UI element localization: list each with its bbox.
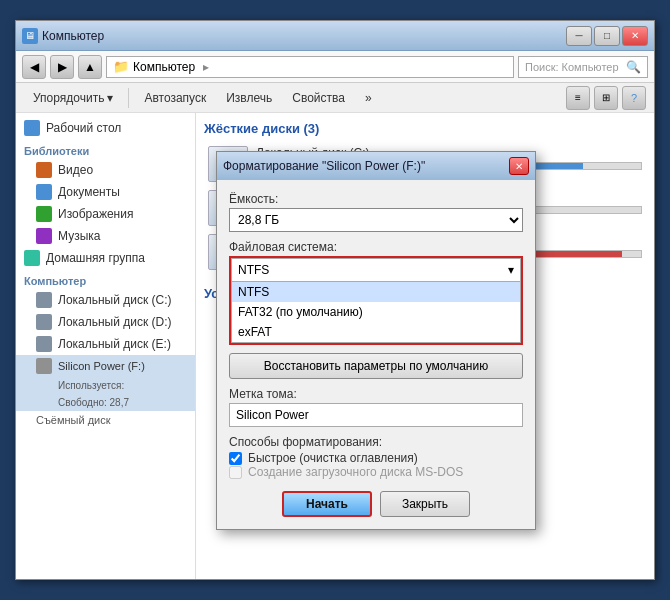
- format-methods-section: Способы форматирования: Быстрое (очистка…: [229, 435, 523, 479]
- boot-disk-row: Создание загрузочного диска MS-DOS: [229, 465, 523, 479]
- selected-fs: NTFS: [238, 263, 269, 277]
- capacity-section: Ёмкость: 28,8 ГБ: [229, 192, 523, 232]
- format-dialog: Форматирование "Silicon Power (F:)" ✕ Ём…: [216, 151, 536, 530]
- dropdown-list: NTFS FAT32 (по умолчанию) exFAT: [231, 282, 521, 343]
- filesystem-label: Файловая система:: [229, 240, 523, 254]
- dialog-body: Ёмкость: 28,8 ГБ Файловая система: NTFS …: [217, 180, 535, 529]
- dialog-title-bar: Форматирование "Silicon Power (F:)" ✕: [217, 152, 535, 180]
- fs-option-fat32[interactable]: FAT32 (по умолчанию): [232, 302, 520, 322]
- volume-section: Метка тома:: [229, 387, 523, 427]
- quick-format-row: Быстрое (очистка оглавления): [229, 451, 523, 465]
- explorer-window: 🖥 Компьютер ─ □ ✕ ◀ ▶ ▲ 📁 Компьютер ▸ По…: [15, 20, 655, 580]
- dialog-overlay: Форматирование "Silicon Power (F:)" ✕ Ём…: [16, 21, 654, 579]
- dialog-close-button[interactable]: ✕: [509, 157, 529, 175]
- quick-format-checkbox[interactable]: [229, 452, 242, 465]
- volume-input[interactable]: [229, 403, 523, 427]
- boot-disk-checkbox[interactable]: [229, 466, 242, 479]
- fs-option-exfat[interactable]: exFAT: [232, 322, 520, 342]
- format-methods-label: Способы форматирования:: [229, 435, 523, 449]
- dropdown-arrow: ▾: [508, 263, 514, 277]
- dialog-title: Форматирование "Silicon Power (F:)": [223, 159, 503, 173]
- filesystem-section: Файловая система: NTFS ▾ NTFS FAT32 (по …: [229, 240, 523, 345]
- start-button[interactable]: Начать: [282, 491, 372, 517]
- dialog-button-row: Начать Закрыть: [229, 491, 523, 517]
- dropdown-header[interactable]: NTFS ▾: [231, 258, 521, 282]
- fs-option-ntfs[interactable]: NTFS: [232, 282, 520, 302]
- restore-defaults-button[interactable]: Восстановить параметры по умолчанию: [229, 353, 523, 379]
- capacity-select[interactable]: 28,8 ГБ: [229, 208, 523, 232]
- dialog-close-btn[interactable]: Закрыть: [380, 491, 470, 517]
- capacity-label: Ёмкость:: [229, 192, 523, 206]
- quick-format-label: Быстрое (очистка оглавления): [248, 451, 418, 465]
- filesystem-dropdown[interactable]: NTFS ▾ NTFS FAT32 (по умолчанию) exFAT: [229, 256, 523, 345]
- volume-label: Метка тома:: [229, 387, 523, 401]
- boot-disk-label: Создание загрузочного диска MS-DOS: [248, 465, 463, 479]
